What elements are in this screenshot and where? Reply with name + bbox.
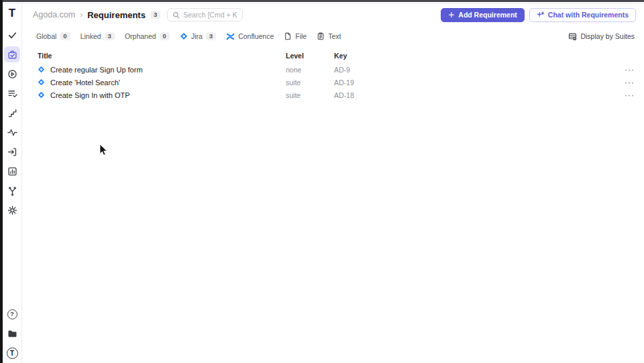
filter-tab-confluence[interactable]: Confluence bbox=[226, 32, 274, 41]
column-header-key: Key bbox=[334, 52, 608, 60]
window-top-strip bbox=[0, 0, 644, 2]
breadcrumb: Agoda.com › Requirements 3 bbox=[33, 10, 160, 20]
sidebar-item-projects[interactable] bbox=[4, 325, 20, 342]
activity-icon bbox=[7, 127, 17, 138]
column-header-level: Level bbox=[286, 52, 334, 60]
main-content: Agoda.com › Requirements 3 Add Requireme… bbox=[23, 4, 644, 363]
sidebar-item-reports[interactable] bbox=[4, 163, 20, 179]
table-header-row: Title Level Key bbox=[23, 50, 644, 61]
list-check-icon bbox=[7, 89, 17, 99]
page-header: Agoda.com › Requirements 3 Add Requireme… bbox=[23, 4, 644, 23]
filter-tab-text[interactable]: Text bbox=[317, 32, 341, 40]
filter-tab-global[interactable]: Global 0 bbox=[36, 32, 70, 41]
chat-with-requirements-button[interactable]: Chat with Requirements bbox=[529, 8, 636, 22]
requirement-key: AD-19 bbox=[334, 79, 608, 87]
filter-count-badge: 3 bbox=[105, 32, 115, 41]
search-box[interactable] bbox=[167, 8, 243, 21]
import-icon bbox=[7, 147, 17, 157]
filter-label: Orphaned bbox=[125, 32, 156, 40]
jira-icon bbox=[38, 91, 45, 99]
column-header-title: Title bbox=[38, 52, 286, 60]
page-title: Requirements bbox=[87, 10, 146, 20]
sidebar-item-requirements[interactable] bbox=[4, 46, 20, 62]
breadcrumb-project[interactable]: Agoda.com bbox=[33, 10, 75, 19]
filter-tab-linked[interactable]: Linked 3 bbox=[80, 32, 115, 41]
requirement-title[interactable]: Create 'Hotel Search' bbox=[50, 79, 120, 87]
jira-icon bbox=[38, 79, 45, 86]
sidebar-item-testcases[interactable] bbox=[4, 27, 20, 43]
requirement-title[interactable]: Create regular Sign Up form bbox=[50, 66, 143, 74]
table-row[interactable]: Create regular Sign Up form none AD-9 ··… bbox=[23, 63, 644, 76]
briefcase-check-icon bbox=[7, 50, 17, 60]
requirement-key: AD-9 bbox=[334, 66, 608, 74]
confluence-icon bbox=[226, 32, 235, 41]
sidebar-item-import[interactable] bbox=[4, 144, 20, 160]
filter-label: Confluence bbox=[238, 32, 274, 40]
filter-label: Linked bbox=[80, 32, 101, 40]
sidebar-item-settings[interactable] bbox=[4, 202, 20, 218]
table-row[interactable]: Create Sign In with OTP suite AD-18 ··· bbox=[23, 89, 644, 101]
filter-label: Global bbox=[36, 32, 56, 40]
app-logo[interactable]: T bbox=[4, 5, 20, 21]
requirements-table: Title Level Key Create regular Sign Up f… bbox=[23, 50, 644, 101]
filter-tab-jira[interactable]: Jira 3 bbox=[180, 32, 216, 41]
app-window: T bbox=[0, 0, 644, 363]
table-row[interactable]: Create 'Hotel Search' suite AD-19 ··· bbox=[23, 76, 644, 89]
sidebar-item-help[interactable]: ? bbox=[4, 306, 20, 322]
filter-count-badge: 0 bbox=[160, 32, 170, 41]
jira-icon bbox=[38, 66, 45, 73]
sidebar-nav bbox=[4, 27, 20, 218]
requirement-title[interactable]: Create Sign In with OTP bbox=[50, 91, 130, 99]
filter-count-badge: 0 bbox=[60, 32, 70, 41]
play-circle-icon bbox=[7, 69, 17, 79]
filter-tab-orphaned[interactable]: Orphaned 0 bbox=[125, 32, 170, 41]
filter-label: File bbox=[295, 32, 307, 40]
sidebar-item-testruns[interactable] bbox=[4, 66, 20, 82]
sidebar: T bbox=[3, 4, 22, 363]
chat-with-requirements-label: Chat with Requirements bbox=[548, 11, 629, 19]
add-requirement-label: Add Requirement bbox=[458, 11, 517, 19]
sidebar-bottom: ? T bbox=[4, 306, 20, 361]
requirement-level: suite bbox=[286, 79, 334, 87]
display-by-suites-label: Display by Suites bbox=[580, 32, 635, 40]
ai-sparkle-icon bbox=[537, 11, 545, 19]
row-menu-button[interactable]: ··· bbox=[608, 79, 635, 86]
folder-icon bbox=[7, 329, 17, 339]
sidebar-item-milestones[interactable] bbox=[4, 105, 20, 121]
clipboard-icon bbox=[317, 32, 325, 40]
chevron-right-icon: › bbox=[80, 10, 83, 19]
requirement-level: none bbox=[286, 66, 334, 74]
branch-icon bbox=[7, 186, 17, 196]
plus-icon bbox=[448, 11, 455, 18]
sidebar-item-account[interactable]: T bbox=[4, 345, 20, 361]
row-menu-button[interactable]: ··· bbox=[608, 92, 635, 99]
jira-icon bbox=[180, 32, 188, 40]
search-icon bbox=[172, 11, 180, 19]
requirement-level: suite bbox=[286, 91, 334, 99]
check-icon bbox=[7, 30, 17, 40]
avatar: T bbox=[7, 348, 18, 359]
help-icon: ? bbox=[7, 309, 17, 319]
steps-icon bbox=[7, 108, 17, 118]
sidebar-item-integrations[interactable] bbox=[4, 183, 20, 199]
sidebar-item-activity[interactable] bbox=[4, 124, 20, 140]
sidebar-item-testplans[interactable] bbox=[4, 85, 20, 101]
filter-count-badge: 3 bbox=[206, 32, 216, 41]
filter-bar: Global 0 Linked 3 Orphaned 0 Jira 3 bbox=[23, 30, 644, 43]
table-rows-icon bbox=[568, 32, 577, 41]
file-icon bbox=[284, 32, 292, 40]
row-menu-button[interactable]: ··· bbox=[608, 66, 635, 73]
requirements-count-badge: 3 bbox=[150, 11, 160, 19]
add-requirement-button[interactable]: Add Requirement bbox=[441, 8, 525, 22]
requirement-key: AD-18 bbox=[334, 91, 608, 99]
filter-tab-file[interactable]: File bbox=[284, 32, 307, 40]
display-by-suites-toggle[interactable]: Display by Suites bbox=[568, 32, 635, 41]
filter-label: Jira bbox=[191, 32, 203, 40]
gear-icon bbox=[7, 205, 17, 215]
bar-chart-icon bbox=[7, 166, 17, 176]
search-input[interactable] bbox=[183, 11, 237, 19]
filter-label: Text bbox=[328, 32, 341, 40]
